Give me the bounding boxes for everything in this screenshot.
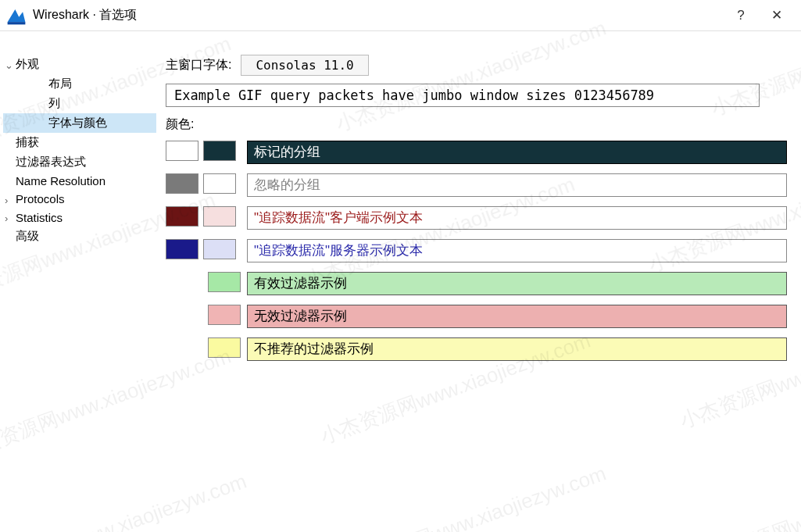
- tree-item-statistics[interactable]: ›Statistics: [3, 209, 156, 227]
- preferences-tree: ⌄外观布局列字体与颜色捕获过滤器表达式Name Resolution›Proto…: [3, 55, 156, 246]
- font-picker-button[interactable]: Consolas 11.0: [241, 55, 368, 76]
- filter-swatch[interactable]: [208, 305, 241, 325]
- expander-icon[interactable]: ›: [5, 212, 16, 224]
- bg-swatch[interactable]: [203, 239, 236, 259]
- main-panel: 主窗口字体: Consolas 11.0 Example GIF query p…: [156, 55, 801, 532]
- tree-item-布局[interactable]: 布局: [3, 74, 156, 94]
- help-button[interactable]: ?: [723, 8, 759, 23]
- wireshark-icon: [6, 5, 27, 26]
- colors-label: 颜色:: [166, 116, 787, 133]
- tree-item-label: 外观: [16, 57, 39, 70]
- bg-swatch[interactable]: [203, 141, 236, 161]
- bg-swatch[interactable]: [203, 206, 236, 227]
- tree-item-label: 列: [48, 96, 60, 109]
- sidebar: ⌄外观布局列字体与颜色捕获过滤器表达式Name Resolution›Proto…: [0, 55, 156, 532]
- color-row: "追踪数据流"客户端示例文本: [166, 206, 787, 230]
- filter-sample: 无效过滤器示例: [247, 305, 787, 328]
- tree-item-label: Name Resolution: [16, 174, 105, 187]
- fg-swatch[interactable]: [166, 173, 198, 194]
- filter-color-row: 有效过滤器示例: [166, 272, 787, 295]
- expander-icon[interactable]: ›: [5, 195, 16, 206]
- color-sample: "追踪数据流"服务器示例文本: [247, 239, 787, 262]
- color-row: 标记的分组: [166, 141, 787, 164]
- body: ⌄外观布局列字体与颜色捕获过滤器表达式Name Resolution›Proto…: [0, 31, 801, 532]
- tree-item-name-resolution[interactable]: Name Resolution: [3, 172, 156, 190]
- window-title: Wireshark · 首选项: [33, 7, 723, 23]
- filter-sample: 有效过滤器示例: [247, 272, 787, 295]
- color-row: "追踪数据流"服务器示例文本: [166, 239, 787, 262]
- fg-swatch[interactable]: [166, 141, 198, 161]
- tree-item-label: 布局: [48, 77, 72, 90]
- tree-item-列[interactable]: 列: [3, 94, 156, 113]
- font-row: 主窗口字体: Consolas 11.0: [166, 55, 787, 76]
- color-sample: 标记的分组: [247, 141, 787, 164]
- color-sample: 忽略的分组: [247, 173, 787, 197]
- font-preview: Example GIF query packets have jumbo win…: [166, 84, 760, 107]
- tree-item-label: 字体与颜色: [48, 116, 107, 129]
- tree-item-label: 过滤器表达式: [16, 155, 86, 168]
- filter-swatch[interactable]: [208, 272, 241, 292]
- fg-swatch[interactable]: [166, 239, 198, 259]
- color-row: 忽略的分组: [166, 173, 787, 197]
- tree-item-label: Statistics: [16, 211, 63, 224]
- tree-item-label: Protocols: [16, 192, 65, 205]
- tree-item-字体与颜色[interactable]: 字体与颜色: [3, 113, 156, 133]
- tree-item-外观[interactable]: ⌄外观: [3, 55, 156, 74]
- filter-color-row: 不推荐的过滤器示例: [166, 337, 787, 361]
- tree-item-过滤器表达式[interactable]: 过滤器表达式: [3, 152, 156, 172]
- close-button[interactable]: ✕: [759, 7, 795, 23]
- font-label: 主窗口字体:: [166, 57, 231, 73]
- tree-item-label: 捕获: [16, 135, 39, 148]
- fg-swatch[interactable]: [166, 206, 198, 227]
- tree-item-高级[interactable]: 高级: [3, 227, 156, 246]
- bg-swatch[interactable]: [203, 173, 236, 194]
- expander-icon[interactable]: ⌄: [5, 59, 16, 71]
- filter-sample: 不推荐的过滤器示例: [247, 337, 787, 361]
- filter-swatch[interactable]: [208, 337, 241, 358]
- color-sample: "追踪数据流"客户端示例文本: [247, 206, 787, 230]
- titlebar: Wireshark · 首选项 ? ✕: [0, 0, 801, 31]
- tree-item-protocols[interactable]: ›Protocols: [3, 190, 156, 209]
- tree-item-label: 高级: [16, 229, 39, 242]
- filter-color-row: 无效过滤器示例: [166, 305, 787, 328]
- tree-item-捕获[interactable]: 捕获: [3, 133, 156, 152]
